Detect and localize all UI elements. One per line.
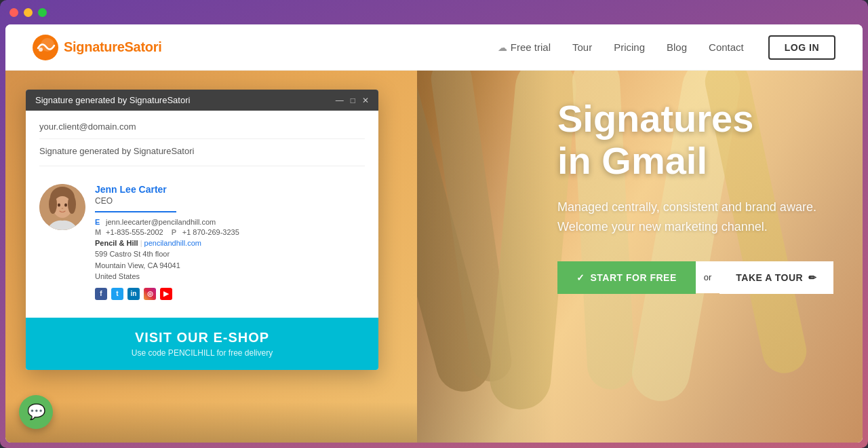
email-label: E: [95, 218, 103, 226]
svg-point-10: [68, 195, 76, 214]
hero-cta: ✓ START FOR FREE or TAKE A TOUR ✏: [557, 261, 842, 294]
gmail-banner: VISIT OUR E-SHOP Use code PENCILHILL for…: [26, 318, 378, 370]
logo[interactable]: SignatureSatori: [33, 35, 161, 60]
hero-headline: Signatures in Gmail: [557, 98, 842, 181]
linkedin-icon: in: [127, 288, 140, 300]
start-for-free-button[interactable]: ✓ START FOR FREE: [557, 261, 696, 294]
title-bar: [0, 0, 868, 24]
sig-email-row: E jenn.leecarter@pencilandhill.com: [95, 218, 365, 226]
minimize-button[interactable]: [24, 8, 33, 17]
signature-avatar: [39, 184, 85, 230]
chat-icon: 💬: [27, 403, 45, 421]
cta-tour-label: TAKE A TOUR: [736, 272, 803, 283]
main-content: Signature generated by SignatureSatori —…: [5, 71, 863, 443]
gmail-card-header: Signature generated by SignatureSatori —…: [26, 90, 378, 111]
banner-title: VISIT OUR E-SHOP: [42, 330, 362, 346]
nav-contact[interactable]: Contact: [701, 37, 752, 57]
nav-tour[interactable]: Tour: [564, 37, 600, 57]
gmail-close[interactable]: ✕: [362, 96, 369, 105]
sig-phone: +1 870-269-3235: [182, 228, 239, 236]
cta-or-divider: or: [696, 261, 720, 293]
sig-mobile-row: M +1-835-555-2002 P +1 870-269-3235: [95, 228, 365, 236]
svg-point-8: [62, 208, 64, 209]
svg-point-7: [64, 204, 67, 207]
twitter-icon: t: [111, 288, 123, 300]
navbar: SignatureSatori ☁ Free trial Tour Pricin…: [5, 24, 863, 71]
hero-text: Signatures in Gmail Managed centrally, c…: [557, 98, 842, 294]
login-button[interactable]: LOG IN: [768, 35, 835, 60]
os-window: SignatureSatori ☁ Free trial Tour Pricin…: [0, 0, 868, 448]
banner-subtitle: Use code PENCILHILL for free delivery: [42, 348, 362, 358]
avatar-svg: [39, 184, 85, 230]
nav-blog[interactable]: Blog: [658, 37, 695, 57]
nav-pricing[interactable]: Pricing: [606, 37, 653, 57]
nav-free-trial[interactable]: ☁ Free trial: [490, 37, 559, 57]
sig-title: CEO: [95, 196, 365, 206]
sig-name: Jenn Lee Carter: [95, 184, 365, 195]
svg-point-2: [39, 48, 43, 52]
chat-bubble[interactable]: 💬: [19, 395, 53, 429]
take-a-tour-button[interactable]: TAKE A TOUR ✏: [719, 261, 833, 294]
close-button[interactable]: [9, 8, 18, 17]
facebook-icon: f: [95, 288, 107, 300]
gmail-subject: Signature generated by SignatureSatori: [39, 146, 365, 166]
pencil-icon: ✏: [808, 272, 817, 283]
youtube-icon: ▶: [160, 288, 172, 300]
signature-info: Jenn Lee Carter CEO E jenn.leecarter@pen…: [95, 184, 365, 300]
sig-address: 599 Castro St 4th floor Mountain View, C…: [95, 248, 365, 282]
nav-links: ☁ Free trial Tour Pricing Blog Contact L…: [490, 35, 835, 60]
sig-company-url: pencilandhill.com: [144, 239, 201, 247]
browser-window: SignatureSatori ☁ Free trial Tour Pricin…: [5, 24, 863, 443]
gmail-maximize[interactable]: □: [351, 96, 355, 105]
gmail-card: Signature generated by SignatureSatori —…: [26, 90, 378, 370]
gmail-header-title: Signature generated by SignatureSatori: [35, 95, 190, 105]
gmail-window-controls: — □ ✕: [336, 96, 369, 105]
logo-text: SignatureSatori: [64, 39, 161, 55]
svg-point-6: [58, 204, 60, 207]
sig-company-row: Pencil & Hill | pencilandhill.com: [95, 239, 365, 247]
cloud-icon: ☁: [498, 42, 507, 53]
hero-subtext: Managed centrally, consistent and brand …: [557, 198, 842, 237]
maximize-button[interactable]: [38, 8, 47, 17]
gmail-minimize[interactable]: —: [336, 96, 344, 105]
gmail-body: your.client@domain.com Signature generat…: [26, 111, 378, 318]
signature-block: Jenn Lee Carter CEO E jenn.leecarter@pen…: [39, 177, 365, 307]
sig-email: jenn.leecarter@pencilandhill.com: [106, 218, 216, 226]
traffic-lights: [9, 8, 47, 17]
check-icon: ✓: [576, 272, 585, 283]
logo-icon: [33, 35, 58, 60]
svg-point-9: [49, 195, 57, 214]
sig-company-name: Pencil & Hill: [95, 239, 138, 247]
instagram-icon: ◎: [144, 288, 156, 300]
sig-divider: [95, 211, 176, 212]
sig-mobile: +1-835-555-2002: [106, 228, 163, 236]
phone-label: P: [172, 228, 180, 236]
cta-start-label: START FOR FREE: [591, 272, 677, 283]
mobile-label: M: [95, 228, 103, 236]
gmail-to-field: your.client@domain.com: [39, 122, 365, 139]
sig-social-icons: f t in ◎ ▶: [95, 288, 365, 300]
